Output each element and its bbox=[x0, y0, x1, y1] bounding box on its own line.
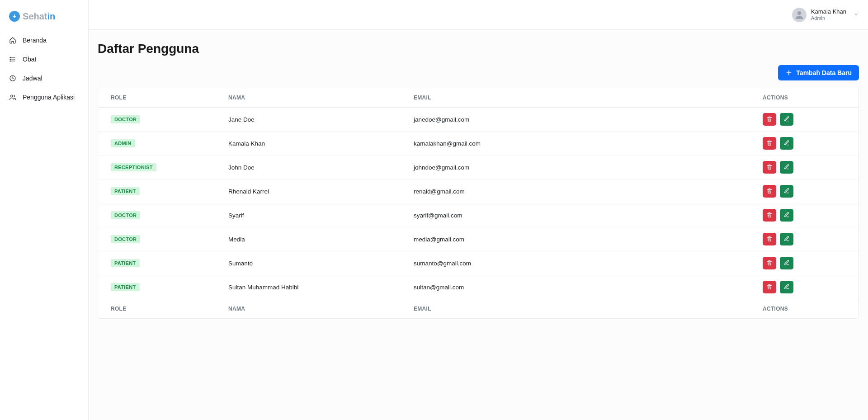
add-data-button[interactable]: Tambah Data Baru bbox=[778, 65, 859, 80]
trash-icon bbox=[766, 283, 773, 291]
col-footer-actions: ACTIONS bbox=[750, 299, 859, 319]
home-icon bbox=[9, 37, 16, 44]
chevron-down-icon bbox=[854, 11, 859, 19]
table-row: DOCTORJane Doejanedoe@gmail.com bbox=[98, 108, 859, 132]
table-row: RECEPTIONISTJohn Doejohndoe@gmail.com bbox=[98, 156, 859, 179]
brand-logo[interactable]: Sehatin bbox=[0, 8, 88, 31]
topbar: Kamala Khan Admin bbox=[89, 0, 868, 30]
delete-button[interactable] bbox=[763, 161, 776, 174]
svg-point-5 bbox=[11, 95, 13, 97]
table-row: PATIENTSumantosumanto@gmail.com bbox=[98, 251, 859, 275]
edit-button[interactable] bbox=[780, 257, 793, 269]
table-row: ADMINKamala Khankamalakhan@gmail.com bbox=[98, 132, 859, 156]
cell-name: John Doe bbox=[216, 156, 401, 179]
cell-email: renald@gmail.com bbox=[401, 179, 750, 203]
col-header-name: NAMA bbox=[216, 88, 401, 108]
brand-text: Sehatin bbox=[23, 11, 55, 22]
edit-icon bbox=[783, 116, 790, 123]
role-badge: DOCTOR bbox=[111, 115, 140, 123]
col-footer-email: EMAIL bbox=[401, 299, 750, 319]
table-row: DOCTORMediamedia@gmail.com bbox=[98, 227, 859, 251]
delete-button[interactable] bbox=[763, 185, 776, 198]
clock-icon bbox=[9, 75, 16, 82]
avatar-icon bbox=[792, 8, 807, 22]
user-name: Kamala Khan bbox=[811, 8, 846, 15]
role-badge: PATIENT bbox=[111, 187, 140, 195]
sidebar-item-jadwal[interactable]: Jadwal bbox=[0, 69, 88, 88]
cell-email: johndoe@gmail.com bbox=[401, 156, 750, 179]
table-row: PATIENTSultan Muhammad Habibisultan@gmai… bbox=[98, 275, 859, 299]
cell-email: sumanto@gmail.com bbox=[401, 251, 750, 275]
users-table-card: ROLE NAMA EMAIL ACTIONS DOCTORJane Doeja… bbox=[98, 88, 859, 319]
sidebar-item-obat[interactable]: Obat bbox=[0, 50, 88, 69]
trash-icon bbox=[766, 260, 773, 267]
edit-icon bbox=[783, 236, 790, 243]
delete-button[interactable] bbox=[763, 209, 776, 222]
trash-icon bbox=[766, 164, 773, 171]
trash-icon bbox=[766, 188, 773, 195]
edit-icon bbox=[783, 188, 790, 195]
plus-circle-icon bbox=[9, 11, 20, 22]
svg-point-3 bbox=[10, 61, 10, 61]
delete-button[interactable] bbox=[763, 233, 776, 245]
col-footer-name: NAMA bbox=[216, 299, 401, 319]
users-icon bbox=[9, 94, 16, 101]
sidebar-item-label: Obat bbox=[23, 56, 36, 63]
role-badge: ADMIN bbox=[111, 139, 135, 147]
role-badge: DOCTOR bbox=[111, 211, 140, 219]
sidebar-item-beranda[interactable]: Beranda bbox=[0, 31, 88, 50]
svg-point-2 bbox=[10, 59, 10, 59]
col-header-actions: ACTIONS bbox=[750, 88, 859, 108]
sidebar-item-label: Beranda bbox=[23, 37, 47, 44]
delete-button[interactable] bbox=[763, 257, 776, 269]
edit-button[interactable] bbox=[780, 161, 793, 174]
cell-name: Media bbox=[216, 227, 401, 251]
col-header-role: ROLE bbox=[98, 88, 216, 108]
cell-name: Kamala Khan bbox=[216, 132, 401, 156]
delete-button[interactable] bbox=[763, 137, 776, 150]
edit-button[interactable] bbox=[780, 233, 793, 245]
cell-name: Jane Doe bbox=[216, 108, 401, 132]
edit-button[interactable] bbox=[780, 185, 793, 198]
plus-icon bbox=[785, 69, 793, 76]
sidebar-item-pengguna-aplikasi[interactable]: Pengguna Aplikasi bbox=[0, 88, 88, 107]
cell-email: syarif@gmail.com bbox=[401, 203, 750, 227]
cell-email: sultan@gmail.com bbox=[401, 275, 750, 299]
cell-email: kamalakhan@gmail.com bbox=[401, 132, 750, 156]
edit-button[interactable] bbox=[780, 281, 793, 293]
user-menu[interactable]: Kamala Khan Admin bbox=[792, 8, 859, 22]
edit-button[interactable] bbox=[780, 113, 793, 126]
sidebar-item-label: Jadwal bbox=[23, 75, 42, 82]
page-title: Daftar Pengguna bbox=[98, 42, 859, 56]
table-row: DOCTORSyarifsyarif@gmail.com bbox=[98, 203, 859, 227]
svg-point-1 bbox=[10, 57, 10, 57]
role-badge: PATIENT bbox=[111, 283, 140, 291]
role-badge: PATIENT bbox=[111, 259, 140, 267]
cell-email: janedoe@gmail.com bbox=[401, 108, 750, 132]
role-badge: RECEPTIONIST bbox=[111, 163, 156, 171]
delete-button[interactable] bbox=[763, 281, 776, 293]
user-role: Admin bbox=[811, 15, 846, 21]
edit-icon bbox=[783, 164, 790, 171]
sidebar: Sehatin BerandaObatJadwalPengguna Aplika… bbox=[0, 0, 89, 420]
edit-icon bbox=[783, 212, 790, 219]
edit-button[interactable] bbox=[780, 209, 793, 222]
table-row: PATIENTRhenald Karrelrenald@gmail.com bbox=[98, 179, 859, 203]
svg-point-6 bbox=[797, 11, 801, 15]
cell-name: Rhenald Karrel bbox=[216, 179, 401, 203]
col-header-email: EMAIL bbox=[401, 88, 750, 108]
cell-email: media@gmail.com bbox=[401, 227, 750, 251]
col-footer-role: ROLE bbox=[98, 299, 216, 319]
trash-icon bbox=[766, 116, 773, 123]
sidebar-item-label: Pengguna Aplikasi bbox=[23, 94, 75, 101]
sidebar-nav: BerandaObatJadwalPengguna Aplikasi bbox=[0, 31, 88, 107]
list-icon bbox=[9, 56, 16, 63]
cell-name: Sultan Muhammad Habibi bbox=[216, 275, 401, 299]
add-data-button-label: Tambah Data Baru bbox=[796, 69, 852, 76]
role-badge: DOCTOR bbox=[111, 235, 140, 243]
cell-name: Syarif bbox=[216, 203, 401, 227]
edit-button[interactable] bbox=[780, 137, 793, 150]
users-table: ROLE NAMA EMAIL ACTIONS DOCTORJane Doeja… bbox=[98, 88, 859, 318]
delete-button[interactable] bbox=[763, 113, 776, 126]
trash-icon bbox=[766, 212, 773, 219]
